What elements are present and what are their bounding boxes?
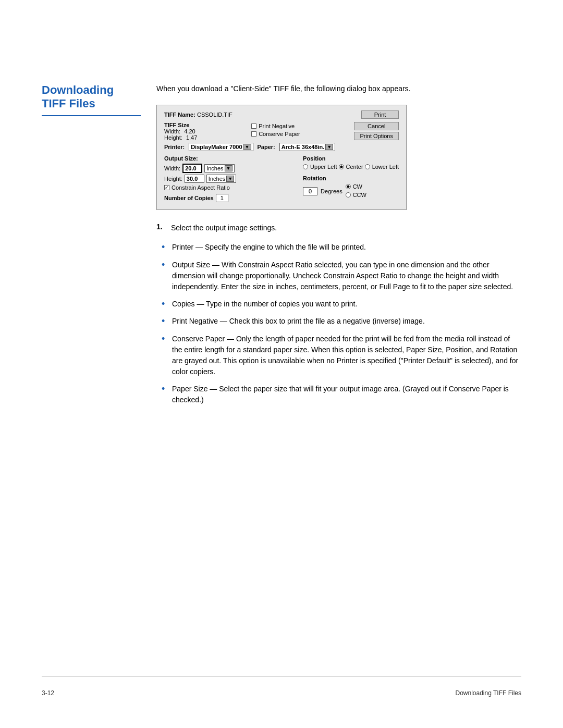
rotation-section: Rotation Degrees CW	[303, 175, 399, 199]
print-negative-row: Print Negative	[251, 123, 295, 129]
intro-text: When you download a "Client-Side" TIFF f…	[156, 83, 521, 94]
bullet-text: Copies — Type in the number of copies yo…	[172, 299, 357, 310]
conserve-paper-row: Conserve Paper	[251, 131, 300, 137]
heading-line2: TIFF Files	[42, 97, 141, 110]
list-item: • Copies — Type in the number of copies …	[162, 299, 521, 310]
tiff-name-label: TIFF Name: CSSOLID.TIF	[164, 112, 232, 118]
width-unit-arrow[interactable]: ▼	[225, 165, 232, 171]
upper-left-radio-circle	[303, 164, 308, 169]
step-list: 1. Select the output image settings.	[156, 223, 521, 233]
upper-left-radio[interactable]: Upper Left	[303, 164, 337, 170]
output-height-unit-select[interactable]: Inches ▼	[206, 175, 236, 183]
printer-row: Printer: DisplayMaker 7000 ▼ Paper: Arch…	[164, 143, 399, 151]
footer-page-number: 3-12	[42, 689, 54, 697]
bullet-text: Output Size — With Constrain Aspect Rati…	[172, 260, 521, 292]
output-height-row: Height: Inches ▼	[164, 175, 298, 183]
list-item: • Printer — Specify the engine to which …	[162, 242, 521, 253]
output-width-unit-select[interactable]: Inches ▼	[204, 164, 234, 172]
output-height-input[interactable]	[185, 175, 204, 183]
copies-input[interactable]	[216, 194, 228, 202]
dialog-box: TIFF Name: CSSOLID.TIF Print TIFF Size W…	[156, 105, 407, 210]
height-unit-arrow[interactable]: ▼	[226, 176, 234, 182]
output-width-row: Width: Inches ▼	[164, 164, 298, 173]
ccw-radio[interactable]: CCW	[346, 192, 366, 198]
rotation-degrees-input[interactable]	[303, 187, 317, 195]
print-button[interactable]: Print	[361, 110, 399, 119]
tiff-size-section: TIFF Size Width: 4.20 Height: 1.47	[164, 122, 197, 141]
conserve-paper-checkbox[interactable]	[251, 131, 256, 137]
copies-row: Number of Copies	[164, 194, 298, 202]
center-radio-circle	[339, 164, 344, 169]
list-item: • Print Negative — Check this box to pri…	[162, 316, 521, 327]
bullet-icon: •	[162, 260, 168, 292]
print-options-button[interactable]: Print Options	[354, 132, 399, 140]
step-item: 1. Select the output image settings.	[156, 223, 521, 233]
bullet-text: Print Negative — Check this box to print…	[172, 316, 425, 327]
footer: 3-12 Downloading TIFF Files	[42, 676, 521, 697]
bullet-icon: •	[162, 384, 168, 405]
constrain-row: Constrain Aspect Ratio	[164, 184, 298, 191]
center-radio[interactable]: Center	[339, 164, 363, 170]
cw-radio[interactable]: CW	[346, 183, 366, 190]
bullet-text: Conserve Paper — Only the length of pape…	[172, 334, 521, 377]
section-heading: Downloading TIFF Files	[42, 83, 141, 116]
lower-left-radio-circle	[365, 164, 370, 169]
cancel-button[interactable]: Cancel	[354, 122, 399, 130]
footer-title: Downloading TIFF Files	[456, 689, 522, 697]
bullet-icon: •	[162, 316, 168, 327]
lower-left-radio[interactable]: Lower Left	[365, 164, 399, 170]
list-item: • Output Size — With Constrain Aspect Ra…	[162, 260, 521, 292]
output-width-input[interactable]	[182, 164, 202, 173]
bullet-icon: •	[162, 299, 168, 310]
bullet-text: Printer — Specify the engine to which th…	[172, 242, 366, 253]
bullet-icon: •	[162, 334, 168, 377]
heading-line1: Downloading	[42, 83, 141, 97]
bullet-list: • Printer — Specify the engine to which …	[162, 242, 521, 405]
step-content: Select the output image settings.	[171, 223, 521, 233]
paper-select[interactable]: Arch-E 36x48in. ▼	[279, 143, 335, 151]
paper-dropdown-arrow[interactable]: ▼	[325, 144, 333, 150]
ccw-radio-circle	[346, 192, 351, 198]
output-size-section: Output Size: Width: Inches ▼ Height:	[164, 155, 298, 202]
constrain-checkbox[interactable]	[164, 185, 169, 190]
list-item: • Paper Size — Select the paper size tha…	[162, 384, 521, 405]
list-item: • Conserve Paper — Only the length of pa…	[162, 334, 521, 377]
printer-dropdown-arrow[interactable]: ▼	[243, 144, 251, 150]
position-rotation-section: Position Upper Left Center Lower Left	[303, 155, 399, 202]
step-number: 1.	[156, 223, 167, 233]
printer-select[interactable]: DisplayMaker 7000 ▼	[189, 143, 253, 151]
bullet-text: Paper Size — Select the paper size that …	[172, 384, 521, 405]
bullet-icon: •	[162, 242, 168, 253]
cw-radio-circle	[346, 184, 351, 189]
print-negative-checkbox[interactable]	[251, 124, 256, 129]
